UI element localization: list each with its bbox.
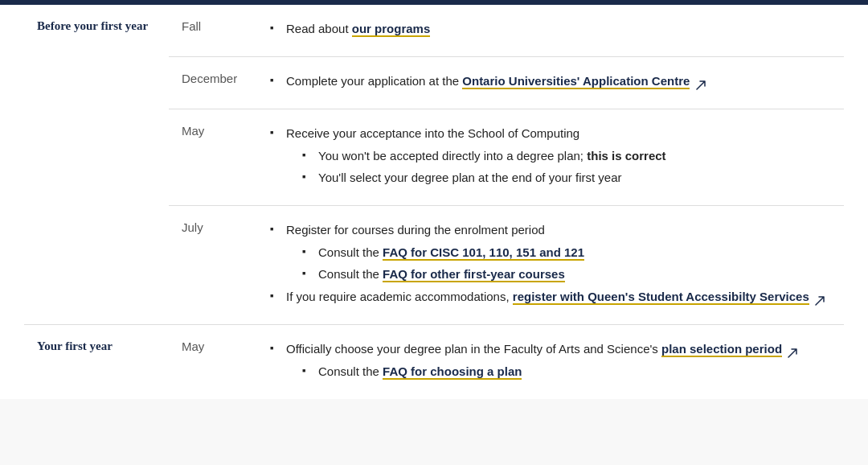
- checklist-table: Before your first year Fall Read about o…: [24, 5, 844, 399]
- section-label-before: Before your first year: [24, 5, 169, 325]
- faq-plan-link[interactable]: FAQ for choosing a plan: [383, 364, 522, 380]
- content-fall: Read about our programs: [257, 5, 844, 57]
- list-item: Receive your acceptance into the School …: [270, 124, 831, 187]
- content-july: Register for courses during the enrolmen…: [257, 206, 844, 325]
- list-item: If you require academic accommodations, …: [270, 287, 831, 307]
- list-item: Consult the FAQ for CISC 101, 110, 151 a…: [302, 243, 831, 262]
- section-text: Your first year: [37, 339, 113, 352]
- ouac-link[interactable]: Ontario Universities' Application Centre: [462, 74, 690, 89]
- faq-cisc-link[interactable]: FAQ for CISC 101, 110, 151 and 121: [383, 245, 584, 261]
- list-item: You won't be accepted directly into a de…: [302, 146, 831, 166]
- faq-other-link[interactable]: FAQ for other first-year courses: [383, 267, 565, 282]
- list-item: Complete your application at the Ontario…: [270, 72, 831, 91]
- accessibility-link[interactable]: register with Queen's Student Accessibil…: [513, 290, 809, 305]
- list-item: Read about our programs: [270, 19, 831, 39]
- table-row: Before your first year Fall Read about o…: [24, 5, 844, 57]
- period-december: December: [169, 57, 257, 109]
- external-link-icon: [788, 344, 797, 354]
- table-row: Your first year May Officially choose yo…: [24, 325, 844, 400]
- main-content: Before your first year Fall Read about o…: [0, 5, 868, 399]
- plan-selection-link[interactable]: plan selection period: [661, 342, 782, 357]
- period-may-first: May: [169, 109, 257, 206]
- list-item: Officially choose your degree plan in th…: [270, 339, 831, 381]
- content-december: Complete your application at the Ontario…: [257, 57, 844, 109]
- list-item: Consult the FAQ for other first-year cou…: [302, 265, 831, 284]
- external-link-icon: [696, 76, 706, 86]
- period-fall: Fall: [169, 5, 257, 57]
- content-may-second: Officially choose your degree plan in th…: [257, 325, 844, 400]
- section-label-first-year: Your first year: [24, 325, 169, 400]
- period-may-second: May: [169, 325, 257, 400]
- section-text: Before your first year: [37, 19, 148, 32]
- external-link-icon: [815, 292, 825, 302]
- content-may-first: Receive your acceptance into the School …: [257, 109, 844, 206]
- list-item: Consult the FAQ for choosing a plan: [302, 362, 831, 381]
- period-july: July: [169, 206, 257, 325]
- list-item: Register for courses during the enrolmen…: [270, 220, 831, 284]
- our-programs-link[interactable]: our programs: [352, 22, 431, 37]
- list-item: You'll select your degree plan at the en…: [302, 168, 831, 187]
